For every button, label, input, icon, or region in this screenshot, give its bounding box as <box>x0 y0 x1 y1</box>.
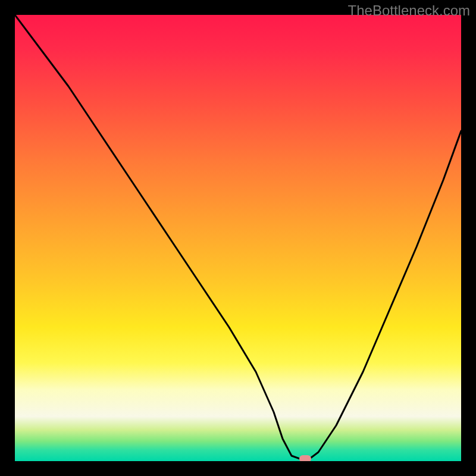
optimal-point-marker <box>299 455 311 461</box>
bottleneck-curve-line <box>15 15 461 459</box>
watermark-text: TheBottleneck.com <box>348 2 470 19</box>
plot-area <box>15 15 461 461</box>
chart-container: TheBottleneck.com <box>0 0 476 476</box>
curve-svg <box>15 15 461 461</box>
